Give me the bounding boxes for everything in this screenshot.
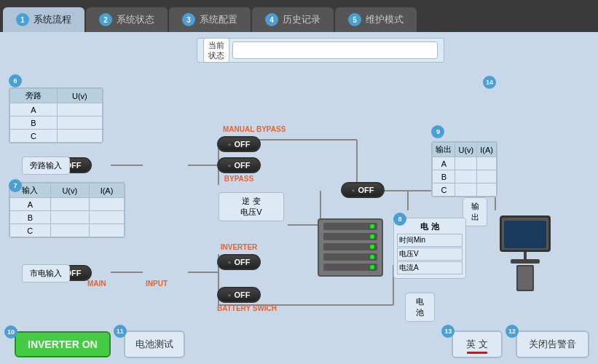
bypass-row-a-value	[57, 103, 102, 116]
bypass-panel: 旁路 U(v) A B C	[9, 76, 103, 143]
table-row: C	[10, 224, 125, 237]
badge-14: 14	[483, 76, 496, 89]
bypass-row-b-value	[57, 116, 102, 130]
tab-label-4: 历史记录	[283, 13, 320, 26]
input-row-b-u	[50, 211, 89, 224]
output-col-u: U(v)	[455, 143, 477, 157]
input-table: 输入 U(v) I(A) A B	[9, 182, 125, 238]
tab-maintenance[interactable]: 5 维护模式	[335, 7, 417, 32]
battery-switch-label: BATTERY SWICH	[217, 304, 277, 312]
battery-info-panel: 电 池 时间Min 电压V 电流A	[393, 218, 466, 279]
main-input-button[interactable]: 市电输入	[22, 264, 70, 282]
bypass-row-a-label: A	[10, 103, 58, 116]
server-rack	[318, 218, 383, 277]
main-label: MAIN	[87, 280, 106, 288]
tab-system-flow[interactable]: 1 系统流程	[3, 7, 84, 32]
language-button[interactable]: 英 文	[452, 331, 503, 358]
lang-label: 英 文	[466, 339, 488, 349]
bypass-section: OFF BYPASS	[217, 157, 261, 183]
server-slot-3	[323, 243, 377, 250]
table-row: C	[10, 130, 103, 143]
tab-badge-5: 5	[348, 13, 361, 26]
inverter-line2: 电压V	[222, 207, 280, 218]
battery-switch-section: OFF BATTERY SWICH	[217, 287, 277, 312]
input-row-c-i	[90, 224, 125, 237]
bypass-row-c-label: C	[10, 130, 58, 143]
input-col-u: U(v)	[50, 183, 89, 198]
inverter-on-button[interactable]: INVERTER ON	[15, 331, 111, 357]
battery-switch[interactable]: OFF	[217, 287, 261, 303]
input-row-b: B	[10, 211, 51, 224]
server-rack-icon	[318, 218, 383, 277]
monitor-base	[511, 259, 540, 264]
tab-system-config[interactable]: 3 系统配置	[169, 7, 251, 32]
badge-10: 10	[4, 325, 17, 339]
output-row-c-i	[477, 183, 497, 197]
table-row: B	[433, 170, 497, 183]
input-row-b-i	[90, 211, 125, 224]
badge-7: 7	[9, 179, 22, 192]
pc-tower	[516, 265, 534, 291]
battery-test-button[interactable]: 电池测试	[124, 331, 185, 358]
server-slot-1	[323, 223, 377, 230]
inverter-box: 逆 变 电压V	[219, 192, 284, 221]
monitor	[500, 215, 551, 252]
bypass-row-b-label: B	[10, 116, 58, 130]
inverter-switch[interactable]: OFF	[217, 254, 261, 270]
output-off-switch[interactable]: OFF	[341, 182, 385, 198]
tab-system-status[interactable]: 2 系统状态	[86, 7, 168, 32]
bypass-switch[interactable]: OFF	[217, 157, 261, 173]
battery-button[interactable]: 电池	[405, 293, 435, 322]
output-panel-area: 9 输出 U(v) I(A) A B	[431, 125, 497, 197]
input-panel: 输入 U(v) I(A) A B	[9, 170, 125, 238]
output-row-a-u	[455, 157, 477, 170]
bypass-table: 旁路 U(v) A B C	[9, 87, 103, 143]
output-col-name: 输出	[433, 143, 455, 157]
table-row: A	[10, 103, 103, 116]
output-row-a-i	[477, 157, 497, 170]
input-row-a: A	[10, 198, 51, 211]
bypass-label: BYPASS	[217, 175, 261, 183]
badge-9: 9	[431, 125, 444, 138]
tab-badge-3: 3	[182, 13, 195, 26]
input-row-a-u	[50, 198, 89, 211]
battery-current-row: 电流A	[397, 261, 463, 274]
battery-time-row: 时间Min	[397, 234, 463, 247]
status-value	[232, 41, 438, 59]
server-slot-4	[323, 253, 377, 261]
tab-badge-2: 2	[99, 13, 112, 26]
output-path-switch: OFF	[341, 182, 385, 198]
monitor-screen	[504, 221, 546, 248]
server-slot-2	[323, 233, 377, 240]
output-row-b-u	[455, 170, 477, 183]
status-bar: 当前 状态	[197, 38, 444, 63]
output-col-i: I(A)	[477, 143, 497, 157]
input-label: INPUT	[146, 280, 168, 288]
tab-label-2: 系统状态	[117, 13, 154, 26]
lang-underline	[467, 352, 487, 354]
tab-badge-4: 4	[265, 13, 278, 26]
output-row-b-i	[477, 170, 497, 183]
tab-bar: 1 系统流程 2 系统状态 3 系统配置 4 历史记录 5 维护模式	[0, 0, 598, 32]
manual-bypass-label: MANUAL BYPASS	[223, 125, 286, 133]
input-col-i: I(A)	[90, 183, 125, 198]
manual-bypass-switch[interactable]: OFF	[217, 136, 261, 152]
table-row: A	[433, 157, 497, 170]
badge-11: 11	[114, 325, 127, 338]
tab-label-3: 系统配置	[200, 13, 237, 26]
computer-icon	[496, 215, 554, 281]
tab-history[interactable]: 4 历史记录	[252, 7, 334, 32]
server-slot-5	[323, 264, 377, 271]
tab-badge-1: 1	[16, 13, 29, 26]
input-row-c-u	[50, 224, 89, 237]
main-input-row: 市电输入 OFF	[22, 265, 92, 281]
table-row: B	[10, 116, 103, 130]
output-table: 输出 U(v) I(A) A B	[431, 141, 497, 197]
output-button[interactable]: 输出	[463, 197, 487, 226]
bypass-col-u: U(v)	[57, 89, 102, 103]
inverter-label: INVERTER	[217, 243, 261, 251]
battery-voltage-row: 电压V	[397, 248, 463, 261]
alarm-off-button[interactable]: 关闭告警音	[516, 331, 589, 358]
output-row: 输出 LOAD	[463, 207, 487, 217]
bypass-row-c-value	[57, 130, 102, 143]
